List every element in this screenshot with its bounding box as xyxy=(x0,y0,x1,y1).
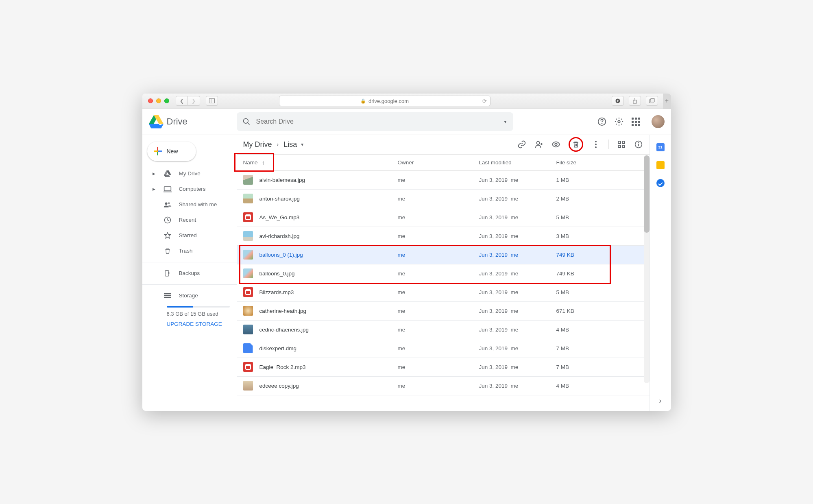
file-thumbnail xyxy=(243,231,253,241)
svg-point-14 xyxy=(168,202,170,204)
file-owner: me xyxy=(398,214,479,220)
tasks-addon-button[interactable] xyxy=(656,179,665,187)
sidebar-item-starred[interactable]: Starred xyxy=(142,228,237,243)
file-modified: Jun 3, 2019 me xyxy=(479,308,556,314)
scrollbar-thumb[interactable] xyxy=(644,155,650,233)
sidebar-item-my-drive[interactable]: ▶ My Drive xyxy=(142,166,237,181)
file-row[interactable]: As_We_Go.mp3meJun 3, 2019 me5 MB xyxy=(237,208,650,227)
settings-button[interactable] xyxy=(614,117,624,127)
tabs-overview-button[interactable] xyxy=(646,96,658,106)
back-button[interactable]: ❮ xyxy=(176,96,188,106)
close-window-button[interactable] xyxy=(148,98,153,103)
svg-point-10 xyxy=(618,120,620,123)
trash-icon xyxy=(163,247,172,255)
column-header-modified[interactable]: Last modified xyxy=(479,159,556,166)
sidebar-item-computers[interactable]: ▶ Computers xyxy=(142,181,237,197)
file-name: edceee copy.jpg xyxy=(259,383,398,389)
svg-line-7 xyxy=(247,123,249,125)
delete-button-highlighted[interactable] xyxy=(569,137,583,152)
file-row[interactable]: edceee copy.jpgmeJun 3, 2019 me4 MB xyxy=(237,377,650,395)
file-modified: Jun 3, 2019 me xyxy=(479,252,556,258)
file-owner: me xyxy=(398,289,479,295)
breadcrumb-current[interactable]: Lisa xyxy=(283,140,297,149)
side-panel-expand-button[interactable]: › xyxy=(656,397,665,405)
file-owner: me xyxy=(398,327,479,333)
file-row[interactable]: diskexpert.dmgmeJun 3, 2019 me7 MB xyxy=(237,339,650,358)
sidebar-item-storage[interactable]: Storage xyxy=(142,288,237,303)
sidebar-item-label: Trash xyxy=(179,248,193,254)
sidebar-item-recent[interactable]: Recent xyxy=(142,212,237,228)
column-header-owner[interactable]: Owner xyxy=(398,159,479,166)
expand-icon[interactable]: ▶ xyxy=(152,187,156,191)
breadcrumb: My Drive › Lisa ▼ xyxy=(243,140,305,149)
fullscreen-window-button[interactable] xyxy=(164,98,169,103)
breadcrumb-dropdown-icon[interactable]: ▼ xyxy=(300,142,304,147)
sidebar-item-label: Storage xyxy=(179,292,198,299)
file-size: 7 MB xyxy=(556,345,643,351)
svg-rect-19 xyxy=(164,297,171,298)
browser-nav-buttons: ❮ ❯ xyxy=(176,96,200,106)
new-tab-button[interactable]: + xyxy=(663,94,671,109)
file-name: Blizzards.mp3 xyxy=(259,289,398,295)
upgrade-storage-link[interactable]: UPGRADE STORAGE xyxy=(167,321,237,327)
forward-button[interactable]: ❯ xyxy=(188,96,200,106)
get-link-button[interactable] xyxy=(517,140,526,149)
file-modified: Jun 3, 2019 me xyxy=(479,196,556,202)
share-person-button[interactable] xyxy=(534,140,543,149)
more-options-button[interactable] xyxy=(591,140,600,149)
file-modified: Jun 3, 2019 me xyxy=(479,345,556,351)
file-size: 2 MB xyxy=(556,196,643,202)
drive-logo[interactable]: Drive xyxy=(149,114,237,129)
sidebar-item-trash[interactable]: Trash xyxy=(142,243,237,259)
file-row[interactable]: Blizzards.mp3meJun 3, 2019 me5 MB xyxy=(237,283,650,302)
calendar-addon-button[interactable] xyxy=(656,143,665,151)
preview-button[interactable] xyxy=(551,140,560,149)
plus-icon xyxy=(154,147,162,155)
sidebar-item-backups[interactable]: Backups xyxy=(142,266,237,281)
scrollbar[interactable] xyxy=(644,155,650,383)
expand-icon[interactable]: ▶ xyxy=(152,172,156,176)
sidebar-item-label: Shared with me xyxy=(179,201,217,207)
svg-rect-5 xyxy=(651,99,654,102)
file-modified: Jun 3, 2019 me xyxy=(479,233,556,239)
search-options-dropdown-icon[interactable]: ▼ xyxy=(503,120,508,124)
downloads-button[interactable] xyxy=(612,96,624,106)
sidebar-toggle-button[interactable] xyxy=(206,96,218,106)
reload-icon[interactable]: ⟳ xyxy=(482,98,487,104)
details-button[interactable] xyxy=(634,140,643,149)
file-row[interactable]: avi-richardsh.jpgmeJun 3, 2019 me3 MB xyxy=(237,227,650,246)
file-row[interactable]: balloons_0.jpgmeJun 3, 2019 me749 KB xyxy=(237,264,650,283)
column-header-size[interactable]: File size xyxy=(556,159,643,166)
file-row[interactable]: catherine-heath.jpgmeJun 3, 2019 me671 K… xyxy=(237,302,650,321)
grid-view-button[interactable] xyxy=(617,140,626,149)
file-row[interactable]: anton-sharov.jpgmeJun 3, 2019 me2 MB xyxy=(237,190,650,208)
svg-point-9 xyxy=(602,123,602,124)
window-controls xyxy=(146,98,169,103)
column-header-name[interactable]: Name ↑ xyxy=(243,159,398,166)
sidebar-item-shared[interactable]: Shared with me xyxy=(142,197,237,212)
breadcrumb-root[interactable]: My Drive xyxy=(243,140,272,149)
file-thumbnail xyxy=(243,268,253,278)
drive-icon xyxy=(163,170,172,178)
file-thumbnail xyxy=(243,343,253,353)
new-button[interactable]: New xyxy=(147,142,196,161)
apps-button[interactable] xyxy=(631,117,641,127)
file-name: cedric-dhaenens.jpg xyxy=(259,327,398,333)
search-input[interactable] xyxy=(256,118,498,125)
address-bar[interactable]: 🔒 drive.google.com ⟳ xyxy=(279,96,490,106)
search-bar[interactable]: ▼ xyxy=(237,112,513,131)
file-row[interactable]: Eagle_Rock 2.mp3meJun 3, 2019 me7 MB xyxy=(237,358,650,377)
account-avatar[interactable] xyxy=(652,115,665,128)
storage-info: 6.3 GB of 15 GB used UPGRADE STORAGE xyxy=(142,303,237,327)
help-button[interactable] xyxy=(597,117,607,127)
svg-point-13 xyxy=(165,202,167,205)
share-button[interactable] xyxy=(629,96,641,106)
file-size: 3 MB xyxy=(556,233,643,239)
file-row[interactable]: alvin-balemesa.jpgmeJun 3, 2019 me1 MB xyxy=(237,171,650,190)
minimize-window-button[interactable] xyxy=(156,98,161,103)
new-button-label: New xyxy=(167,148,178,155)
keep-addon-button[interactable] xyxy=(656,161,665,169)
svg-rect-17 xyxy=(164,293,171,294)
file-row[interactable]: cedric-dhaenens.jpgmeJun 3, 2019 me4 MB xyxy=(237,321,650,339)
file-row[interactable]: balloons_0 (1).jpgmeJun 3, 2019 me749 KB xyxy=(237,246,650,264)
